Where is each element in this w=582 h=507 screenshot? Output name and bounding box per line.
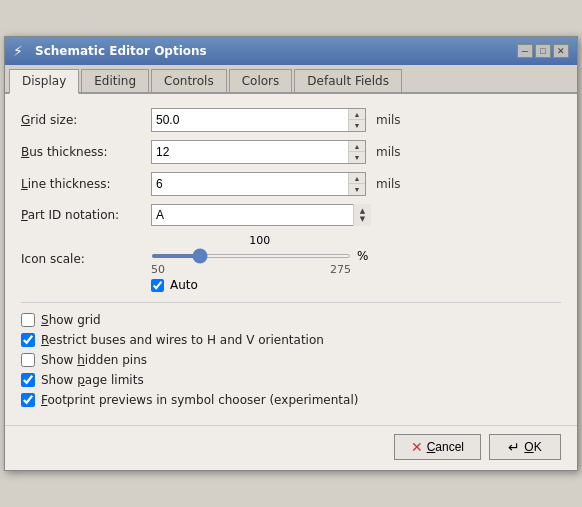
tab-display-label: Display xyxy=(22,74,66,88)
bus-thickness-up[interactable]: ▲ xyxy=(349,141,365,152)
show-page-label[interactable]: Show page limits xyxy=(41,373,144,387)
line-thickness-input-group: ▲ ▼ mils xyxy=(151,172,401,196)
slider-min-label: 50 xyxy=(151,263,165,276)
ok-button[interactable]: ↵ OK xyxy=(489,434,561,460)
grid-size-unit: mils xyxy=(376,113,401,127)
auto-row: Auto xyxy=(151,278,561,292)
slider-range-labels: 50 275 xyxy=(151,263,351,276)
icon-scale-row: Icon scale: 100 % 50 275 xyxy=(21,234,561,276)
tab-default-fields[interactable]: Default Fields xyxy=(294,69,402,92)
footprint-previews-label[interactable]: Footprint previews in symbol chooser (ex… xyxy=(41,393,358,407)
icon-scale-value: 100 xyxy=(151,234,368,247)
close-button[interactable]: ✕ xyxy=(553,44,569,58)
line-thickness-down[interactable]: ▼ xyxy=(349,184,365,195)
tab-editing-label: Editing xyxy=(94,74,136,88)
line-thickness-unit: mils xyxy=(376,177,401,191)
auto-text: Auto xyxy=(170,278,198,292)
grid-size-up[interactable]: ▲ xyxy=(349,109,365,120)
show-hidden-label[interactable]: Show hidden pins xyxy=(41,353,147,367)
bus-thickness-down[interactable]: ▼ xyxy=(349,152,365,163)
line-thickness-arrows: ▲ ▼ xyxy=(348,173,365,195)
part-id-label: Part ID notation: xyxy=(21,208,151,222)
restrict-buses-checkbox[interactable] xyxy=(21,333,35,347)
part-id-row: Part ID notation: A 1 ▲ ▼ xyxy=(21,204,561,226)
tab-colors[interactable]: Colors xyxy=(229,69,293,92)
auto-label[interactable]: Auto xyxy=(151,278,561,292)
icon-scale-slider[interactable] xyxy=(151,254,351,258)
titlebar: ⚡ Schematic Editor Options ─ □ ✕ xyxy=(5,37,577,65)
titlebar-buttons: ─ □ ✕ xyxy=(517,44,569,58)
icon-scale-unit: % xyxy=(357,249,368,263)
icon-scale-label: Icon scale: xyxy=(21,234,151,266)
show-grid-label[interactable]: Show grid xyxy=(41,313,101,327)
line-thickness-spinner: ▲ ▼ xyxy=(151,172,366,196)
show-grid-checkbox[interactable] xyxy=(21,313,35,327)
tab-bar: Display Editing Controls Colors Default … xyxy=(5,65,577,94)
app-icon: ⚡ xyxy=(13,43,29,59)
bus-thickness-label: Bus thickness: xyxy=(21,145,151,159)
line-thickness-input[interactable] xyxy=(152,173,348,195)
bus-thickness-input[interactable] xyxy=(152,141,348,163)
grid-size-input[interactable] xyxy=(152,109,348,131)
ok-icon: ↵ xyxy=(508,439,520,455)
window-title: Schematic Editor Options xyxy=(35,44,207,58)
button-bar: ✕ Cancel ↵ OK xyxy=(5,425,577,470)
part-id-select-wrapper: A 1 ▲ ▼ xyxy=(151,204,371,226)
bus-thickness-row: Bus thickness: ▲ ▼ mils xyxy=(21,140,561,164)
cancel-icon: ✕ xyxy=(411,439,423,455)
content-area: Grid size: ▲ ▼ mils Bus thickness: xyxy=(5,94,577,425)
grid-size-label: Grid size: xyxy=(21,113,151,127)
grid-size-arrows: ▲ ▼ xyxy=(348,109,365,131)
grid-size-input-group: ▲ ▼ mils xyxy=(151,108,401,132)
tab-display[interactable]: Display xyxy=(9,69,79,94)
grid-size-row: Grid size: ▲ ▼ mils xyxy=(21,108,561,132)
minimize-button[interactable]: ─ xyxy=(517,44,533,58)
separator xyxy=(21,302,561,303)
show-hidden-checkbox[interactable] xyxy=(21,353,35,367)
part-id-input-group: A 1 ▲ ▼ xyxy=(151,204,371,226)
cancel-button[interactable]: ✕ Cancel xyxy=(394,434,481,460)
icon-scale-container: 100 % 50 275 xyxy=(151,234,368,276)
bus-thickness-arrows: ▲ ▼ xyxy=(348,141,365,163)
restrict-buses-label[interactable]: Restrict buses and wires to H and V orie… xyxy=(41,333,324,347)
footprint-previews-checkbox[interactable] xyxy=(21,393,35,407)
auto-checkbox[interactable] xyxy=(151,279,164,292)
footprint-previews-row: Footprint previews in symbol chooser (ex… xyxy=(21,393,561,407)
bus-thickness-input-group: ▲ ▼ mils xyxy=(151,140,401,164)
show-page-checkbox[interactable] xyxy=(21,373,35,387)
checkboxes-section: Show grid Restrict buses and wires to H … xyxy=(21,313,561,407)
tab-default-fields-label: Default Fields xyxy=(307,74,389,88)
tab-controls-label: Controls xyxy=(164,74,214,88)
line-thickness-up[interactable]: ▲ xyxy=(349,173,365,184)
show-grid-row: Show grid xyxy=(21,313,561,327)
main-window: ⚡ Schematic Editor Options ─ □ ✕ Display… xyxy=(4,36,578,471)
bus-thickness-unit: mils xyxy=(376,145,401,159)
slider-max-label: 275 xyxy=(330,263,351,276)
line-thickness-label: Line thickness: xyxy=(21,177,151,191)
grid-size-down[interactable]: ▼ xyxy=(349,120,365,131)
bus-thickness-spinner: ▲ ▼ xyxy=(151,140,366,164)
maximize-button[interactable]: □ xyxy=(535,44,551,58)
titlebar-left: ⚡ Schematic Editor Options xyxy=(13,43,207,59)
line-thickness-row: Line thickness: ▲ ▼ mils xyxy=(21,172,561,196)
tab-editing[interactable]: Editing xyxy=(81,69,149,92)
tab-colors-label: Colors xyxy=(242,74,280,88)
ok-label: OK xyxy=(524,440,541,454)
show-page-row: Show page limits xyxy=(21,373,561,387)
show-hidden-row: Show hidden pins xyxy=(21,353,561,367)
cancel-label: Cancel xyxy=(427,440,464,454)
restrict-buses-row: Restrict buses and wires to H and V orie… xyxy=(21,333,561,347)
tab-controls[interactable]: Controls xyxy=(151,69,227,92)
part-id-select[interactable]: A 1 xyxy=(151,204,371,226)
grid-size-spinner: ▲ ▼ xyxy=(151,108,366,132)
icon-scale-track-row: % xyxy=(151,249,368,263)
